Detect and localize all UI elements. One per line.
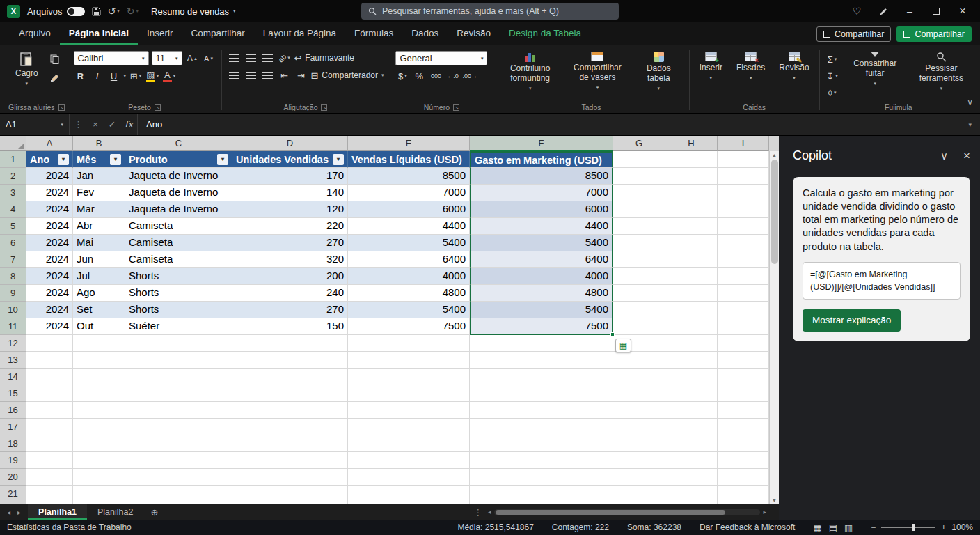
cell-C2[interactable]: Jaqueta de Inverno	[125, 168, 232, 185]
cell-E7[interactable]: 6400	[348, 251, 470, 268]
cell-C18[interactable]	[125, 435, 232, 452]
cell-C15[interactable]	[125, 385, 232, 402]
cell-I1[interactable]	[718, 151, 769, 168]
cell-C14[interactable]	[125, 369, 232, 385]
cell-C13[interactable]	[125, 352, 232, 369]
cell-A1[interactable]: Ano▾	[26, 151, 73, 168]
filter-button[interactable]: ▾	[217, 154, 228, 165]
cell-A9[interactable]: 2024	[26, 285, 73, 302]
align-bottom-button[interactable]	[260, 51, 274, 65]
cell-I21[interactable]	[718, 486, 769, 502]
cell-F7[interactable]: 6400	[470, 251, 613, 268]
format-as-table-button[interactable]: Compartilhar de vasers ▾	[567, 49, 629, 93]
cell-H19[interactable]	[665, 452, 718, 469]
cell-A22[interactable]	[26, 502, 73, 504]
cell-E1[interactable]: Vendas Líquidas (USD)	[348, 151, 470, 168]
cell-B8[interactable]: Jul	[73, 268, 125, 285]
cell-H11[interactable]	[665, 318, 718, 335]
cell-E4[interactable]: 6000	[348, 201, 470, 218]
cell-H5[interactable]	[665, 218, 718, 235]
save-button[interactable]	[92, 7, 101, 16]
borders-button[interactable]: ⊞▾	[129, 69, 143, 83]
decrease-font-button[interactable]: A▾	[202, 52, 216, 65]
document-title[interactable]: Resumo de vendas ▾	[151, 6, 236, 17]
cell-H15[interactable]	[665, 385, 718, 402]
cell-C19[interactable]	[125, 452, 232, 469]
cell-E17[interactable]	[348, 419, 470, 435]
feedback-heart-button[interactable]: ♡	[844, 0, 870, 22]
cell-A14[interactable]	[26, 369, 73, 385]
cell-H10[interactable]	[665, 302, 718, 318]
fill-button[interactable]: ↧▾	[825, 69, 839, 83]
underline-button[interactable]: U	[107, 69, 121, 83]
cell-E21[interactable]	[348, 486, 470, 502]
cell-D10[interactable]: 270	[232, 302, 348, 318]
row-header-9[interactable]: 9	[0, 285, 26, 302]
cell-E3[interactable]: 7000	[348, 185, 470, 201]
filter-button[interactable]: ▾	[333, 154, 344, 165]
cell-D16[interactable]	[232, 402, 348, 419]
tab-dados[interactable]: Dados	[402, 22, 448, 45]
autosave-toggle[interactable]: Arquivos	[27, 6, 85, 17]
column-header-I[interactable]: I	[718, 136, 769, 151]
tab-compartilhar[interactable]: Compartilhar	[182, 22, 254, 45]
cell-F3[interactable]: 7000	[470, 185, 613, 201]
row-header-10[interactable]: 10	[0, 302, 26, 318]
cell-F4[interactable]: 6000	[470, 201, 613, 218]
cell-I5[interactable]	[718, 218, 769, 235]
column-header-C[interactable]: C	[125, 136, 232, 151]
column-header-F[interactable]: F	[470, 136, 613, 151]
cell-I4[interactable]	[718, 201, 769, 218]
cell-B13[interactable]	[73, 352, 125, 369]
cell-I20[interactable]	[718, 469, 769, 486]
close-panel-button[interactable]: ×	[963, 149, 970, 163]
page-layout-view-button[interactable]: ▤	[829, 522, 837, 533]
row-header-11[interactable]: 11	[0, 318, 26, 335]
cell-C8[interactable]: Shorts	[125, 268, 232, 285]
cell-C12[interactable]	[125, 335, 232, 352]
clear-button[interactable]: ◊▾	[825, 86, 839, 100]
minimize-button[interactable]: –	[896, 0, 923, 22]
cell-E9[interactable]: 4800	[348, 285, 470, 302]
cell-G1[interactable]	[613, 151, 665, 168]
search-bar[interactable]: Pesquisar ferramentas, ajuda e mais (Alt…	[361, 3, 619, 20]
cell-B9[interactable]: Ago	[73, 285, 125, 302]
scroll-left-button[interactable]: ◂	[488, 509, 491, 515]
cell-A19[interactable]	[26, 452, 73, 469]
increase-font-button[interactable]: A▴	[185, 52, 199, 65]
share-button-outline[interactable]: Compartilhar	[816, 26, 892, 42]
cell-I22[interactable]	[718, 502, 769, 504]
cell-E16[interactable]	[348, 402, 470, 419]
dialog-launcher-icon[interactable]: ↘	[58, 104, 65, 111]
row-header-2[interactable]: 2	[0, 168, 26, 185]
cell-H6[interactable]	[665, 235, 718, 251]
format-cells-button[interactable]: ✎ Revisão ▾	[775, 49, 813, 83]
prev-sheet-button[interactable]: ◂	[7, 509, 10, 516]
row-header-15[interactable]: 15	[0, 385, 26, 402]
cell-B3[interactable]: Fev	[73, 185, 125, 201]
cell-I13[interactable]	[718, 352, 769, 369]
maximize-button[interactable]	[923, 0, 949, 22]
feedback-link[interactable]: Dar Feedback à Microsoft	[700, 522, 795, 532]
cell-E8[interactable]: 4000	[348, 268, 470, 285]
cell-G22[interactable]	[613, 502, 665, 504]
row-header-7[interactable]: 7	[0, 251, 26, 268]
column-header-D[interactable]: D	[232, 136, 348, 151]
cell-F19[interactable]	[470, 452, 613, 469]
align-right-button[interactable]	[260, 68, 274, 82]
cell-G10[interactable]	[613, 302, 665, 318]
cell-B17[interactable]	[73, 419, 125, 435]
vertical-scroll-thumb[interactable]	[771, 160, 778, 264]
cell-H3[interactable]	[665, 185, 718, 201]
cell-G18[interactable]	[613, 435, 665, 452]
horizontal-scroll-thumb[interactable]	[496, 510, 725, 515]
dialog-launcher-icon[interactable]: ↘	[321, 104, 327, 111]
cell-G13[interactable]	[613, 352, 665, 369]
cell-A6[interactable]: 2024	[26, 235, 73, 251]
cell-E14[interactable]	[348, 369, 470, 385]
cell-A5[interactable]: 2024	[26, 218, 73, 235]
cell-G7[interactable]	[613, 251, 665, 268]
pen-mode-button[interactable]	[870, 0, 896, 22]
column-header-A[interactable]: A	[26, 136, 73, 151]
cell-I8[interactable]	[718, 268, 769, 285]
